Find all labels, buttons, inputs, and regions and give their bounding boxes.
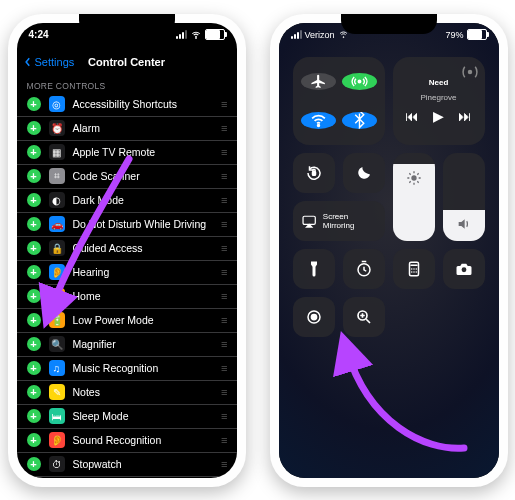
add-button[interactable]: + [27, 265, 41, 279]
list-item[interactable]: +◎Accessibility Shortcuts≡ [17, 93, 237, 117]
list-item[interactable]: +✎Notes≡ [17, 381, 237, 405]
drag-handle-icon[interactable]: ≡ [221, 146, 226, 158]
row-label: Alarm [73, 122, 100, 134]
add-button[interactable]: + [27, 121, 41, 135]
svg-rect-7 [303, 216, 315, 224]
row-label: Do Not Disturb While Driving [73, 218, 207, 230]
cellular-signal-icon [291, 30, 302, 39]
drag-handle-icon[interactable]: ≡ [221, 266, 226, 278]
screen-mirroring-icon [301, 212, 317, 230]
row-label: Code Scanner [73, 170, 140, 182]
list-item[interactable]: +⏰Alarm≡ [17, 117, 237, 141]
app-icon: 👂 [49, 264, 65, 280]
bluetooth-icon [351, 112, 368, 129]
drag-handle-icon[interactable]: ≡ [221, 290, 226, 302]
calculator-icon [405, 260, 423, 278]
bluetooth-toggle[interactable] [342, 112, 377, 129]
list-item[interactable]: +🛏Sleep Mode≡ [17, 405, 237, 429]
control-center-screen: Verizon 79% [279, 23, 499, 478]
drag-handle-icon[interactable]: ≡ [221, 194, 226, 206]
cellular-signal-icon [176, 30, 187, 39]
add-button[interactable]: + [27, 457, 41, 471]
add-button[interactable]: + [27, 313, 41, 327]
list-item[interactable]: +⌂Home≡ [17, 285, 237, 309]
add-button[interactable]: + [27, 337, 41, 351]
list-item[interactable]: +AText Size≡ [17, 477, 237, 478]
list-item[interactable]: +♫Music Recognition≡ [17, 357, 237, 381]
drag-handle-icon[interactable]: ≡ [221, 434, 226, 446]
svg-point-0 [195, 37, 196, 38]
back-label: Settings [35, 56, 75, 68]
drag-handle-icon[interactable]: ≡ [221, 98, 226, 110]
airplane-mode-toggle[interactable] [301, 73, 336, 90]
add-button[interactable]: + [27, 385, 41, 399]
add-button[interactable]: + [27, 433, 41, 447]
drag-handle-icon[interactable]: ≡ [221, 458, 226, 470]
play-button[interactable]: ▶ [433, 108, 444, 124]
app-icon: 🛏 [49, 408, 65, 424]
orientation-lock-toggle[interactable] [293, 153, 335, 193]
list-item[interactable]: +🚗Do Not Disturb While Driving≡ [17, 213, 237, 237]
add-button[interactable]: + [27, 361, 41, 375]
list-item[interactable]: +🔍Magnifier≡ [17, 333, 237, 357]
controls-list[interactable]: +◎Accessibility Shortcuts≡+⏰Alarm≡+▦Appl… [17, 93, 237, 478]
row-label: Apple TV Remote [73, 146, 156, 158]
list-item[interactable]: +⌗Code Scanner≡ [17, 165, 237, 189]
app-icon: ⏱ [49, 456, 65, 472]
add-button[interactable]: + [27, 169, 41, 183]
prev-track-button[interactable]: ⏮ [405, 108, 419, 124]
list-item[interactable]: +👂Sound Recognition≡ [17, 429, 237, 453]
drag-handle-icon[interactable]: ≡ [221, 338, 226, 350]
app-icon: ♫ [49, 360, 65, 376]
volume-slider[interactable] [443, 153, 485, 241]
camera-button[interactable] [443, 249, 485, 289]
row-label: Stopwatch [73, 458, 122, 470]
app-icon: 🔋 [49, 312, 65, 328]
list-item[interactable]: +⏱Stopwatch≡ [17, 453, 237, 477]
add-button[interactable]: + [27, 409, 41, 423]
app-icon: ⌂ [49, 288, 65, 304]
screen-mirroring-button[interactable]: Screen Mirroring [293, 201, 385, 241]
back-button[interactable]: Settings [23, 56, 75, 68]
app-icon: ⏰ [49, 120, 65, 136]
drag-handle-icon[interactable]: ≡ [221, 218, 226, 230]
svg-point-6 [411, 175, 416, 180]
add-button[interactable]: + [27, 289, 41, 303]
now-playing-tile[interactable]: Need Pinegrove ⏮ ▶ ⏭ [393, 57, 485, 145]
brightness-slider[interactable] [393, 153, 435, 241]
add-button[interactable]: + [27, 97, 41, 111]
list-item[interactable]: +🔋Low Power Mode≡ [17, 309, 237, 333]
add-button[interactable]: + [27, 193, 41, 207]
do-not-disturb-toggle[interactable] [343, 153, 385, 193]
carrier-label: Verizon [305, 30, 335, 40]
add-button[interactable]: + [27, 241, 41, 255]
drag-handle-icon[interactable]: ≡ [221, 314, 226, 326]
screen-record-button[interactable] [293, 297, 335, 337]
calculator-button[interactable] [393, 249, 435, 289]
list-item[interactable]: +◐Dark Mode≡ [17, 189, 237, 213]
list-item[interactable]: +▦Apple TV Remote≡ [17, 141, 237, 165]
wifi-toggle[interactable] [301, 112, 336, 129]
battery-icon [205, 29, 225, 40]
add-button[interactable]: + [27, 217, 41, 231]
drag-handle-icon[interactable]: ≡ [221, 386, 226, 398]
cellular-data-toggle[interactable] [342, 73, 377, 90]
svg-point-2 [358, 80, 361, 83]
drag-handle-icon[interactable]: ≡ [221, 242, 226, 254]
list-item[interactable]: +🔒Guided Access≡ [17, 237, 237, 261]
row-label: Sleep Mode [73, 410, 129, 422]
magnifier-button[interactable] [343, 297, 385, 337]
row-label: Notes [73, 386, 100, 398]
drag-handle-icon[interactable]: ≡ [221, 410, 226, 422]
battery-icon [467, 29, 487, 40]
timer-button[interactable] [343, 249, 385, 289]
chevron-left-icon [23, 57, 33, 67]
drag-handle-icon[interactable]: ≡ [221, 170, 226, 182]
add-button[interactable]: + [27, 145, 41, 159]
next-track-button[interactable]: ⏭ [458, 108, 472, 124]
drag-handle-icon[interactable]: ≡ [221, 362, 226, 374]
drag-handle-icon[interactable]: ≡ [221, 122, 226, 134]
nav-bar: Settings Control Center [17, 47, 237, 77]
list-item[interactable]: +👂Hearing≡ [17, 261, 237, 285]
flashlight-button[interactable] [293, 249, 335, 289]
